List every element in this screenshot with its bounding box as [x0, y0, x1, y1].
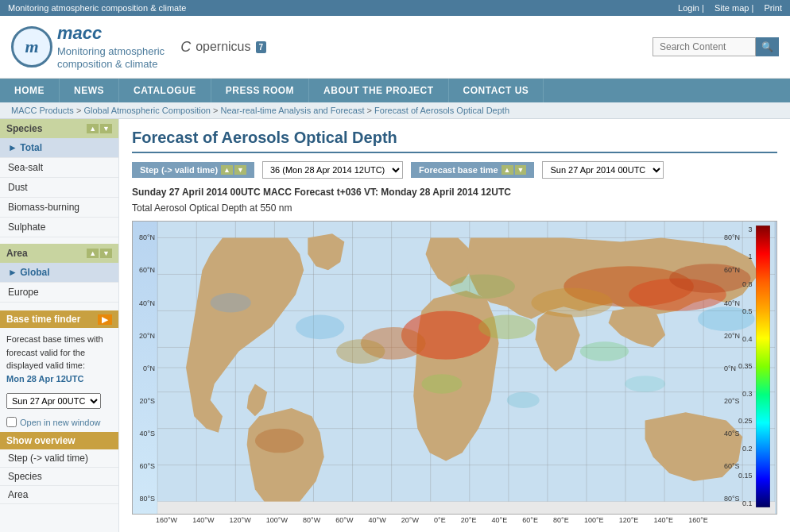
- svg-point-41: [580, 341, 629, 361]
- species-sort-down[interactable]: ▼: [100, 124, 112, 133]
- step-sort-down[interactable]: ▼: [234, 165, 246, 175]
- area-sort-up[interactable]: ▲: [87, 249, 99, 258]
- step-sort-up[interactable]: ▲: [221, 165, 233, 175]
- nav-item-home[interactable]: HOME: [0, 79, 60, 102]
- species-header: Species ▲ ▼: [0, 119, 118, 138]
- svg-point-30: [336, 339, 385, 364]
- nav-item-pressroom[interactable]: PRESS ROOM: [211, 79, 309, 102]
- area-item-global[interactable]: ► Global: [0, 263, 118, 283]
- area-list: ► GlobalEurope: [0, 263, 118, 303]
- svg-point-40: [450, 274, 515, 299]
- nav-item-catalogue[interactable]: CATALOGUE: [119, 79, 211, 102]
- logo-area: m macc Monitoring atmospheric compositio…: [11, 22, 266, 71]
- copernicus-label: opernicus: [196, 40, 250, 54]
- open-new-window-label[interactable]: Open in new window: [6, 417, 112, 427]
- macc-title: macc: [57, 22, 165, 45]
- species-item-biomass-burning[interactable]: Biomass-burning: [0, 198, 118, 218]
- world-map-svg: [157, 222, 777, 514]
- site-title: Monitoring atmospheric composition & cli…: [8, 3, 186, 13]
- nav-item-contact[interactable]: CONTACT US: [449, 79, 544, 102]
- svg-point-43: [625, 376, 665, 391]
- page-title: Forecast of Aerosols Optical Depth: [132, 129, 777, 153]
- sitemap-link[interactable]: Site map: [714, 3, 749, 13]
- sidebar: Species ▲ ▼ ► TotalSea-saltDustBiomass-b…: [0, 119, 119, 532]
- overview-item-step-valid-time-[interactable]: Step (-> valid time): [0, 449, 118, 468]
- main-layout: Species ▲ ▼ ► TotalSea-saltDustBiomass-b…: [0, 119, 790, 532]
- logo-subtitle1: Monitoring atmospheric: [57, 45, 165, 59]
- search-button[interactable]: 🔍: [756, 37, 779, 56]
- base-time-select[interactable]: Sun 27 Apr 00UTC: [6, 393, 101, 409]
- svg-point-35: [421, 374, 462, 394]
- svg-point-33: [531, 288, 612, 318]
- login-link[interactable]: Login: [678, 3, 699, 13]
- main-nav: HOMENEWSCATALOGUEPRESS ROOMABOUT THE PRO…: [0, 79, 790, 102]
- legend-labels: 3 1 0.8 0.5 0.4 0.35 0.3 0.25 0.2 0.15 0…: [738, 226, 753, 507]
- area-item-europe[interactable]: Europe: [0, 283, 118, 303]
- macc-logo: m macc Monitoring atmospheric compositio…: [11, 22, 165, 71]
- step-label: Step (-> valid time) ▲ ▼: [132, 162, 254, 178]
- search-area: 🔍: [653, 37, 779, 56]
- open-new-window-checkbox[interactable]: [6, 417, 17, 427]
- breadcrumb-item-2[interactable]: Near-real-time Analysis and Forecast: [221, 106, 365, 115]
- logo-subtitle2: composition & climate: [57, 58, 165, 71]
- top-bar-links: Login | Site map | Print: [670, 3, 782, 13]
- forecast-line2: Total Aerosol Optical Depth at 550 nm: [132, 202, 292, 214]
- controls-area: Step (-> valid time) ▲ ▼ 36 (Mon 28 Apr …: [132, 161, 777, 179]
- species-item-sea-salt[interactable]: Sea-salt: [0, 158, 118, 178]
- map-canvas: 80°N 60°N 40°N 20°N 0°N 20°S 40°S 60°S 8…: [132, 221, 777, 515]
- species-list: ► TotalSea-saltDustBiomass-burningSulpha…: [0, 138, 118, 237]
- forecast-info: Sunday 27 April 2014 00UTC MACC Forecast…: [132, 185, 777, 215]
- top-bar: Monitoring atmospheric composition & cli…: [0, 0, 790, 16]
- base-time-highlight: Mon 28 Apr 12UTC: [6, 374, 83, 384]
- base-time-finder-content: Forecast base times with forecast valid …: [0, 328, 118, 390]
- copernicus-logo: C opernicus 7: [180, 39, 266, 56]
- base-sort-up[interactable]: ▲: [501, 165, 513, 175]
- x-axis-labels: 160°W 140°W 120°W 100°W 80°W 60°W 40°W 2…: [132, 515, 760, 526]
- step-select[interactable]: 36 (Mon 28 Apr 2014 12UTC): [262, 161, 403, 179]
- base-select[interactable]: Sun 27 Apr 2014 00UTC: [542, 161, 664, 179]
- svg-point-34: [478, 314, 536, 339]
- species-item-sulphate[interactable]: Sulphate: [0, 218, 118, 237]
- breadcrumb-item-1[interactable]: Global Atmospheric Composition: [83, 106, 211, 115]
- breadcrumb-item-0[interactable]: MACC Products: [11, 106, 74, 115]
- map-container: 80°N 60°N 40°N 20°N 0°N 20°S 40°S 60°S 8…: [132, 221, 777, 526]
- ec-badge: 7: [256, 41, 267, 53]
- base-label: Forecast base time ▲ ▼: [411, 162, 535, 178]
- svg-point-39: [211, 293, 251, 313]
- svg-rect-27: [157, 501, 775, 513]
- print-link[interactable]: Print: [764, 3, 782, 13]
- header: m macc Monitoring atmospheric compositio…: [0, 16, 790, 79]
- area-header: Area ▲ ▼: [0, 244, 118, 263]
- svg-rect-45: [756, 226, 770, 507]
- svg-point-44: [507, 391, 540, 407]
- logo-circle-icon: m: [11, 26, 52, 67]
- base-time-arrow[interactable]: ▶: [98, 314, 112, 325]
- nav-item-about[interactable]: ABOUT THE PROJECT: [309, 79, 449, 102]
- content-area: Forecast of Aerosols Optical Depth Step …: [119, 119, 790, 532]
- forecast-line1: Sunday 27 April 2014 00UTC MACC Forecast…: [132, 187, 511, 198]
- overview-list: Step (-> valid time)SpeciesArea: [0, 449, 118, 504]
- search-input[interactable]: [653, 37, 756, 56]
- overview-item-area[interactable]: Area: [0, 486, 118, 504]
- logo-text: macc Monitoring atmospheric composition …: [57, 22, 165, 71]
- species-sort-up[interactable]: ▲: [87, 124, 99, 133]
- base-time-select-area: Sun 27 Apr 00UTC: [0, 390, 118, 412]
- base-time-finder-header: Base time finder ▶: [0, 310, 118, 328]
- nav-item-news[interactable]: NEWS: [60, 79, 119, 102]
- base-sort-down[interactable]: ▼: [515, 165, 527, 175]
- legend-bar: 3 1 0.8 0.5 0.4 0.35 0.3 0.25 0.2 0.15 0…: [756, 226, 770, 507]
- open-new-window-link[interactable]: Open in new window: [20, 418, 101, 427]
- species-item-total[interactable]: ► Total: [0, 138, 118, 158]
- species-item-dust[interactable]: Dust: [0, 178, 118, 198]
- show-overview-header: Show overview: [0, 432, 118, 449]
- overview-item-species[interactable]: Species: [0, 468, 118, 486]
- open-new-window-area: Open in new window: [0, 412, 118, 432]
- svg-point-36: [296, 314, 344, 339]
- breadcrumb: MACC Products > Global Atmospheric Compo…: [0, 102, 790, 119]
- y-axis-labels: 80°N 60°N 40°N 20°N 0°N 20°S 40°S 60°S 8…: [133, 222, 157, 515]
- breadcrumb-item-3[interactable]: Forecast of Aerosols Optical Depth: [374, 106, 509, 115]
- svg-point-38: [255, 428, 304, 453]
- area-sort-down[interactable]: ▼: [100, 249, 112, 258]
